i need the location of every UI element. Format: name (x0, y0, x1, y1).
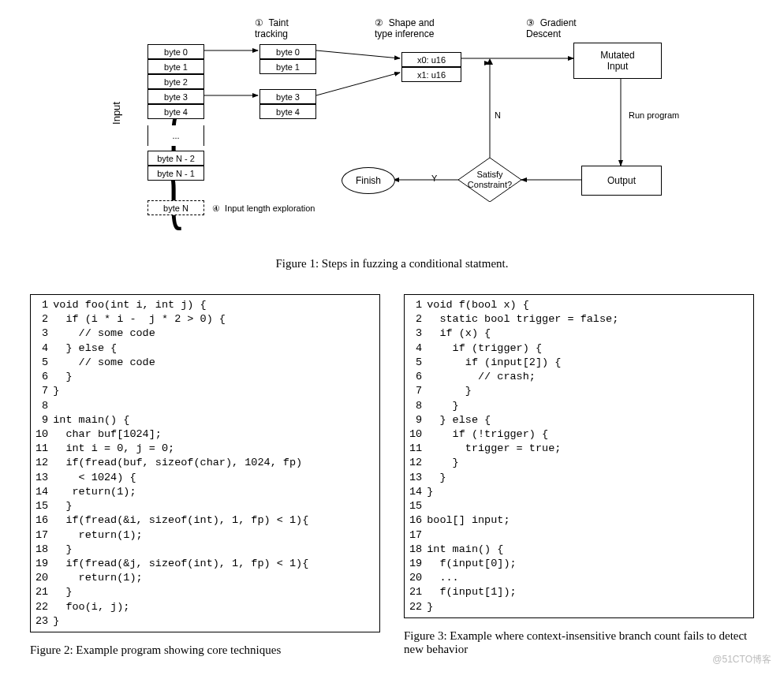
figure-1-diagram: ① Taint tracking ② Shape and type infere… (69, 16, 715, 252)
listing-3-linenums: 1 2 3 4 5 6 7 8 9 10 11 12 13 14 15 16 1… (409, 298, 427, 614)
listings-row: 1 2 3 4 5 6 7 8 9 10 11 12 13 14 15 16 1… (24, 294, 760, 657)
mutated-input-box: Mutated Input (573, 43, 662, 79)
yes-label: Y (431, 173, 437, 184)
listing-3-column: 1 2 3 4 5 6 7 8 9 10 11 12 13 14 15 16 1… (404, 294, 754, 656)
listing-2-column: 1 2 3 4 5 6 7 8 9 10 11 12 13 14 15 16 1… (30, 294, 380, 657)
watermark: @51CTO博客 (712, 653, 771, 666)
step1-label: ① Taint tracking (255, 17, 289, 40)
shape-cell: x0: u16 (401, 52, 461, 67)
listing-2-code: void foo(int i, int j) { if (i * i - j *… (53, 298, 375, 629)
run-program-label: Run program (629, 110, 679, 121)
step4-label: ④ Input length exploration (212, 203, 315, 214)
input-byte-cell: byte N - 1 (147, 166, 204, 181)
input-byte-cell: byte 1 (147, 59, 204, 74)
listing-2-codebox: 1 2 3 4 5 6 7 8 9 10 11 12 13 14 15 16 1… (30, 294, 380, 632)
input-label: Input (110, 102, 122, 125)
decision-text: Satisfy Constraint? (468, 170, 512, 189)
svg-line-2 (316, 50, 400, 58)
input-byte-cell: byte 0 (147, 44, 204, 59)
listing-3-codebox: 1 2 3 4 5 6 7 8 9 10 11 12 13 14 15 16 1… (404, 294, 754, 618)
output-box: Output (581, 166, 662, 196)
step3-label: ③ Gradient Descent (526, 17, 577, 40)
figure-3-caption: Figure 3: Example where context-insensit… (404, 629, 754, 656)
svg-line-3 (316, 73, 400, 95)
input-byte-cell: byte N - 2 (147, 151, 204, 166)
taint-byte-cell: byte 1 (259, 59, 316, 74)
figure-1-caption: Figure 1: Steps in fuzzing a conditional… (24, 257, 760, 270)
listing-2-linenums: 1 2 3 4 5 6 7 8 9 10 11 12 13 14 15 16 1… (35, 298, 53, 629)
input-byte-cell: byte 2 (147, 74, 204, 89)
decision-diamond: Satisfy Constraint? (458, 158, 521, 202)
input-extra-byte: byte N (147, 200, 204, 215)
step2-label: ② Shape and type inference (375, 17, 435, 40)
input-byte-cell: ... (147, 125, 204, 146)
taint-byte-cell: byte 4 (259, 104, 316, 119)
listing-3-code: void f(bool x) { static bool trigger = f… (427, 298, 749, 614)
figure-2-caption: Figure 2: Example program showing core t… (30, 644, 380, 657)
finish-node: Finish (342, 167, 395, 194)
input-byte-cell: byte 3 (147, 89, 204, 104)
input-byte-cell: byte 4 (147, 104, 204, 119)
taint-byte-cell: byte 3 (259, 89, 316, 104)
shape-cell: x1: u16 (401, 67, 461, 82)
no-label: N (495, 110, 501, 121)
svg-marker-10 (487, 58, 493, 65)
taint-byte-cell: byte 0 (259, 44, 316, 59)
